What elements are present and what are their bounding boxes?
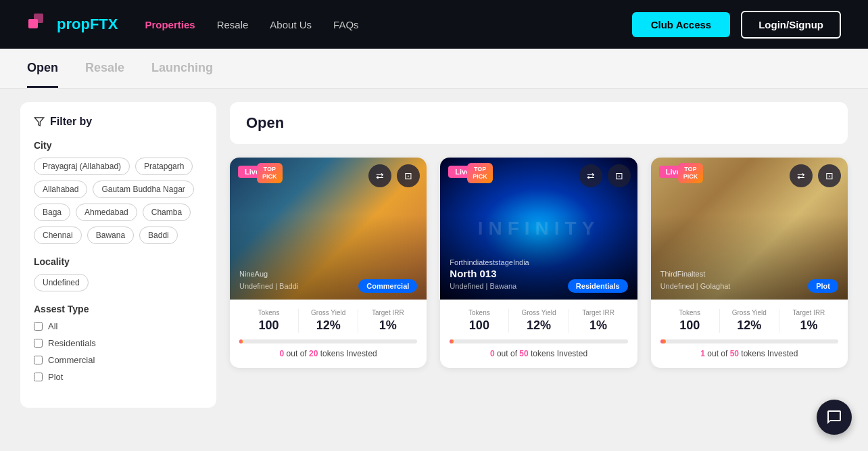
tag-bawana[interactable]: Bawana bbox=[87, 227, 134, 244]
card-actions-2: ⇄ ⊡ bbox=[579, 164, 631, 187]
card-category-1: Commercial bbox=[358, 279, 417, 293]
chat-bubble[interactable] bbox=[817, 400, 852, 435]
card-info-1: NineAug Undefined | Baddi Commercial bbox=[230, 263, 427, 300]
card-location-3: Undefined | Golaghat bbox=[660, 282, 731, 290]
city-tags: Prayagraj (Allahabad) Pratapgarh Allahab… bbox=[34, 158, 203, 244]
card-location-2: Undefined | Bawana bbox=[450, 282, 516, 290]
tag-undefined[interactable]: Undefined bbox=[34, 274, 89, 291]
tokens-invested-text-2: 0 out of 50 tokens Invested bbox=[450, 349, 627, 358]
tab-open[interactable]: Open bbox=[27, 49, 58, 88]
filter-title: Filter by bbox=[34, 116, 203, 128]
chat-icon bbox=[826, 409, 842, 425]
stat-yield-3: Gross Yield 12% bbox=[720, 309, 779, 333]
header-actions: Club Access Login/Signup bbox=[632, 11, 841, 39]
progress-bar-bg-1 bbox=[239, 339, 417, 343]
nav-about[interactable]: About Us bbox=[270, 19, 312, 30]
progress-area-3: 1 out of 50 tokens Invested bbox=[651, 339, 848, 368]
card-stats-1: Tokens 100 Gross Yield 12% Target IRR 1% bbox=[230, 300, 427, 339]
property-card-3: Live TOPPICK ⇄ ⊡ ThirdFinaltest Undefine… bbox=[651, 158, 848, 368]
card-developer-2: ForthindiateststageIndia bbox=[450, 258, 627, 266]
card-actions-1: ⇄ ⊡ bbox=[368, 164, 420, 187]
main-layout: Filter by City Prayagraj (Allahabad) Pra… bbox=[0, 89, 868, 445]
bookmark-button-2[interactable]: ⊡ bbox=[608, 164, 631, 187]
tag-gautam[interactable]: Gautam Buddha Nagar bbox=[93, 181, 193, 198]
checkbox-all[interactable]: All bbox=[34, 321, 203, 331]
top-pick-badge-2: TOPPICK bbox=[467, 163, 493, 183]
stat-irr-1: Target IRR 1% bbox=[358, 309, 417, 333]
tab-resale[interactable]: Resale bbox=[85, 49, 124, 88]
nav-resale[interactable]: Resale bbox=[217, 19, 249, 30]
card-info-2: ForthindiateststageIndia North 013 Undef… bbox=[440, 252, 637, 300]
checkbox-commercial[interactable]: Commercial bbox=[34, 355, 203, 365]
svg-marker-2 bbox=[34, 118, 43, 126]
tag-allahabad[interactable]: Allahabad bbox=[34, 181, 87, 198]
city-label: City bbox=[34, 140, 203, 151]
stat-irr-3: Target IRR 1% bbox=[779, 309, 838, 333]
stat-yield-1: Gross Yield 12% bbox=[299, 309, 358, 333]
progress-area-1: 0 out of 20 tokens Invested bbox=[230, 339, 427, 368]
content-title: Open bbox=[246, 114, 284, 131]
tag-pratapgarh[interactable]: Pratapgarh bbox=[135, 158, 193, 175]
locality-label: Locality bbox=[34, 256, 203, 267]
stat-tokens-1: Tokens 100 bbox=[239, 309, 299, 333]
share-button-2[interactable]: ⇄ bbox=[579, 164, 602, 187]
progress-bar-fill-1 bbox=[239, 339, 243, 343]
bookmark-button-3[interactable]: ⊡ bbox=[818, 164, 841, 187]
progress-bar-fill-3 bbox=[660, 339, 666, 343]
card-image-2: Live TOPPICK ⇄ ⊡ ForthindiateststageIndi… bbox=[440, 158, 637, 300]
logo-text: propFTX bbox=[57, 16, 118, 33]
progress-bar-bg-3 bbox=[660, 339, 838, 343]
tokens-invested-text-1: 0 out of 20 tokens Invested bbox=[239, 349, 417, 358]
checkbox-all-input[interactable] bbox=[34, 322, 43, 331]
progress-bar-fill-2 bbox=[450, 339, 453, 343]
progress-bar-bg-2 bbox=[450, 339, 627, 343]
card-developer-1: NineAug bbox=[239, 270, 417, 278]
stat-irr-2: Target IRR 1% bbox=[569, 309, 628, 333]
card-actions-3: ⇄ ⊡ bbox=[790, 164, 841, 187]
share-button-3[interactable]: ⇄ bbox=[790, 164, 813, 187]
stat-tokens-2: Tokens 100 bbox=[450, 309, 509, 333]
club-access-button[interactable]: Club Access bbox=[632, 12, 730, 37]
card-developer-3: ThirdFinaltest bbox=[660, 270, 838, 278]
share-button-1[interactable]: ⇄ bbox=[368, 164, 391, 187]
content-header: Open bbox=[230, 102, 848, 144]
top-pick-badge-1: TOPPICK bbox=[257, 163, 283, 183]
main-header: propFTX Properties Resale About Us FAQs … bbox=[0, 0, 868, 49]
card-image-1: Live TOPPICK ⇄ ⊡ NineAug Undefined | Bad… bbox=[230, 158, 427, 300]
card-stats-2: Tokens 100 Gross Yield 12% Target IRR 1% bbox=[440, 300, 637, 339]
top-pick-badge-3: TOPPICK bbox=[678, 163, 704, 183]
property-card-2: Live TOPPICK ⇄ ⊡ ForthindiateststageIndi… bbox=[440, 158, 637, 368]
property-card-1: Live TOPPICK ⇄ ⊡ NineAug Undefined | Bad… bbox=[230, 158, 427, 368]
asset-type-group: All Residentials Commercial Plot bbox=[34, 321, 203, 382]
nav-faqs[interactable]: FAQs bbox=[333, 19, 359, 30]
stat-tokens-3: Tokens 100 bbox=[660, 309, 720, 333]
tag-chennai[interactable]: Chennai bbox=[34, 227, 82, 244]
cards-grid: Live TOPPICK ⇄ ⊡ NineAug Undefined | Bad… bbox=[230, 158, 848, 368]
tag-baga[interactable]: Baga bbox=[34, 204, 70, 221]
login-signup-button[interactable]: Login/Signup bbox=[741, 11, 841, 39]
checkbox-plot-input[interactable] bbox=[34, 373, 43, 381]
asset-type-label: Assest Type bbox=[34, 304, 203, 314]
tabs-bar: Open Resale Launching bbox=[0, 49, 868, 89]
bookmark-button-1[interactable]: ⊡ bbox=[397, 164, 420, 187]
sidebar: Filter by City Prayagraj (Allahabad) Pra… bbox=[20, 102, 216, 408]
card-info-3: ThirdFinaltest Undefined | Golaghat Plot bbox=[651, 263, 848, 300]
tag-prayagraj[interactable]: Prayagraj (Allahabad) bbox=[34, 158, 130, 175]
tokens-invested-text-3: 1 out of 50 tokens Invested bbox=[660, 349, 838, 358]
card-stats-3: Tokens 100 Gross Yield 12% Target IRR 1% bbox=[651, 300, 848, 339]
checkbox-residentials-input[interactable] bbox=[34, 339, 43, 348]
main-nav: Properties Resale About Us FAQs bbox=[145, 19, 604, 30]
content-area: Open Live TOPPICK ⇄ ⊡ NineAug Undefine bbox=[230, 102, 848, 431]
tag-ahmedabad[interactable]: Ahmedabad bbox=[76, 204, 137, 221]
logo[interactable]: propFTX bbox=[27, 12, 118, 37]
tag-baddi[interactable]: Baddi bbox=[139, 227, 178, 244]
card-category-3: Plot bbox=[808, 279, 838, 293]
card-image-3: Live TOPPICK ⇄ ⊡ ThirdFinaltest Undefine… bbox=[651, 158, 848, 300]
checkbox-commercial-input[interactable] bbox=[34, 356, 43, 364]
nav-properties[interactable]: Properties bbox=[145, 19, 195, 30]
checkbox-plot[interactable]: Plot bbox=[34, 372, 203, 382]
filter-icon bbox=[34, 116, 45, 127]
tag-chamba[interactable]: Chamba bbox=[143, 204, 191, 221]
checkbox-residentials[interactable]: Residentials bbox=[34, 338, 203, 348]
tab-launching[interactable]: Launching bbox=[151, 49, 213, 88]
